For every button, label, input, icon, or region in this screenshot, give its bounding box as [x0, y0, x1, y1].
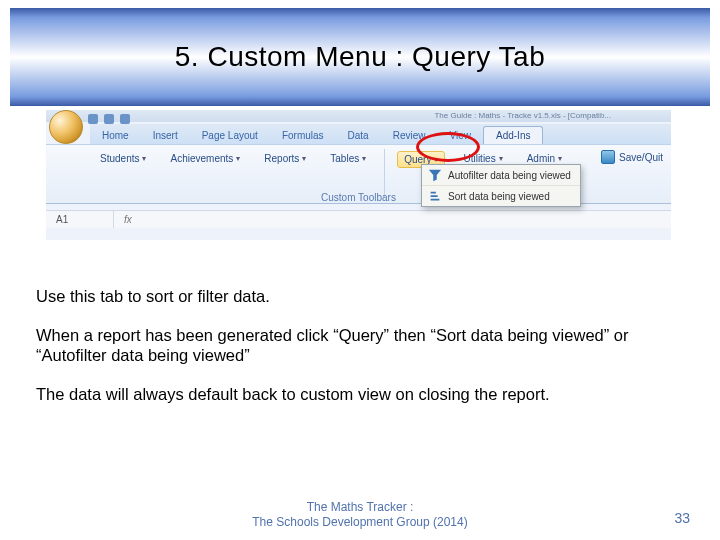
query-dropdown: Autofilter data being viewed Sort data b…	[421, 164, 581, 207]
chevron-down-icon: ▾	[558, 154, 562, 163]
slide-title: 5. Custom Menu : Query Tab	[175, 41, 545, 73]
window-title: The Guide : Maths - Tracke v1.5.xls - [C…	[46, 110, 671, 122]
group-reports[interactable]: Reports▾	[258, 151, 312, 166]
footer-line-1: The Maths Tracker :	[0, 500, 720, 515]
menu-autofilter[interactable]: Autofilter data being viewed	[422, 165, 580, 185]
save-quit-label: Save/Quit	[619, 152, 663, 163]
qat-save-icon[interactable]	[88, 114, 98, 124]
group-achievements-label: Achievements	[170, 153, 233, 164]
chevron-down-icon: ▾	[302, 154, 306, 163]
group-reports-label: Reports	[264, 153, 299, 164]
office-button-icon[interactable]	[49, 110, 83, 144]
qat-redo-icon[interactable]	[120, 114, 130, 124]
filter-icon	[428, 168, 442, 182]
menu-sort[interactable]: Sort data being viewed	[422, 185, 580, 206]
chevron-down-icon: ▾	[499, 154, 503, 163]
footer: The Maths Tracker : The Schools Developm…	[0, 500, 720, 530]
tab-view[interactable]: View	[437, 127, 483, 144]
group-students-label: Students	[100, 153, 139, 164]
tab-formulas[interactable]: Formulas	[270, 127, 336, 144]
page-number: 33	[674, 510, 690, 526]
fx-label: fx	[114, 214, 142, 225]
group-utilities-label: Utilities	[463, 153, 495, 164]
group-students[interactable]: Students▾	[94, 151, 152, 166]
body-text: Use this tab to sort or filter data. Whe…	[36, 286, 684, 423]
chevron-down-icon: ▾	[142, 154, 146, 163]
tab-data[interactable]: Data	[336, 127, 381, 144]
paragraph-1: Use this tab to sort or filter data.	[36, 286, 684, 307]
name-box[interactable]: A1	[46, 211, 114, 228]
slide: 5. Custom Menu : Query Tab The Guide : M…	[0, 0, 720, 540]
menu-autofilter-label: Autofilter data being viewed	[448, 170, 571, 181]
chevron-down-icon: ▾	[236, 154, 240, 163]
tab-review[interactable]: Review	[381, 127, 438, 144]
group-tables-label: Tables	[330, 153, 359, 164]
paragraph-2: When a report has been generated click “…	[36, 325, 684, 366]
paragraph-3: The data will always default back to cus…	[36, 384, 684, 405]
qat-undo-icon[interactable]	[104, 114, 114, 124]
menu-sort-label: Sort data being viewed	[448, 191, 550, 202]
group-tables[interactable]: Tables▾	[324, 151, 372, 166]
tab-page-layout[interactable]: Page Layout	[190, 127, 270, 144]
chevron-down-icon: ▾	[434, 155, 438, 164]
excel-screenshot: The Guide : Maths - Tracke v1.5.xls - [C…	[46, 110, 671, 240]
save-icon	[601, 150, 615, 164]
sort-icon	[428, 189, 442, 203]
save-quit-button[interactable]: Save/Quit	[601, 150, 663, 164]
tab-home[interactable]: Home	[90, 127, 141, 144]
tab-add-ins[interactable]: Add-Ins	[483, 126, 543, 144]
group-admin-label: Admin	[527, 153, 555, 164]
group-achievements[interactable]: Achievements▾	[164, 151, 246, 166]
footer-line-2: The Schools Development Group (2014)	[0, 515, 720, 530]
formula-bar: A1 fx	[46, 210, 671, 228]
ribbon-tab-strip: Home Insert Page Layout Formulas Data Re…	[90, 124, 671, 144]
title-band: 5. Custom Menu : Query Tab	[10, 8, 710, 106]
tab-insert[interactable]: Insert	[141, 127, 190, 144]
chevron-down-icon: ▾	[362, 154, 366, 163]
